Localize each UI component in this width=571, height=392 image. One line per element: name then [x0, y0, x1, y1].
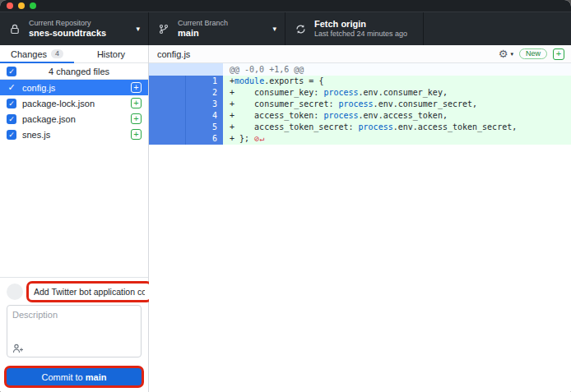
- diff-line[interactable]: 3+ consumer_secret: process.env.consumer…: [149, 99, 571, 110]
- file-checkbox[interactable]: ✓: [7, 114, 16, 124]
- add-coauthor-icon[interactable]: [12, 344, 24, 353]
- changes-count-badge: 4: [51, 49, 63, 59]
- file-list-empty-area: [0, 142, 148, 277]
- file-added-icon: +: [131, 82, 142, 93]
- select-all-checkbox[interactable]: ✓: [7, 67, 16, 76]
- app-body: Changes 4 History ✓ 4 changed files ✓ co…: [0, 45, 571, 392]
- diff-hunk-header: @@ -0,0 +1,6 @@: [149, 63, 571, 76]
- toolbar-spacer: [424, 12, 571, 45]
- close-window-button[interactable]: [7, 2, 13, 9]
- commit-button-branch: main: [86, 372, 107, 382]
- file-name: config.js: [22, 83, 125, 93]
- diff-file-name: config.js: [157, 49, 499, 59]
- file-row-package-json[interactable]: ✓ package.json +: [0, 111, 148, 127]
- file-checkbox[interactable]: ✓: [7, 130, 16, 140]
- file-added-icon: +: [553, 48, 564, 60]
- tab-changes[interactable]: Changes 4: [0, 45, 74, 62]
- lock-icon: [8, 24, 21, 35]
- changed-files-count: 4 changed files: [16, 67, 142, 76]
- file-name: package.json: [22, 114, 125, 124]
- diff-old-line-gutter[interactable]: [149, 99, 186, 110]
- fetch-origin-text: Fetch origin Last fetched 24 minutes ago: [314, 19, 407, 39]
- diff-line[interactable]: 4+ access_token: process.env.access_toke…: [149, 110, 571, 122]
- changed-files-header: ✓ 4 changed files: [0, 63, 148, 80]
- diff-old-line-gutter[interactable]: [149, 110, 186, 122]
- diff-old-line-gutter[interactable]: [149, 122, 186, 133]
- avatar: [7, 284, 23, 300]
- diff-line[interactable]: 5+ access_token_secret: process.env.acce…: [149, 122, 571, 133]
- titlebar: [0, 0, 571, 12]
- tab-history[interactable]: History: [74, 45, 148, 62]
- diff-line[interactable]: 2+ consumer_key: process.env.consumer_ke…: [149, 87, 571, 99]
- diff-line-code: + }; ⊘↵: [223, 133, 571, 145]
- fetch-origin-button[interactable]: Fetch origin Last fetched 24 minutes ago: [286, 12, 424, 45]
- chevron-down-icon: ▾: [510, 51, 513, 58]
- file-row-config-js[interactable]: ✓ config.js +: [0, 80, 148, 95]
- current-repository-label: Current Repository: [29, 19, 106, 28]
- diff-old-line-gutter[interactable]: [149, 76, 186, 87]
- diff-new-line-number[interactable]: 5: [186, 122, 223, 133]
- chevron-down-icon: ▾: [128, 25, 140, 33]
- zoom-window-button[interactable]: [30, 2, 36, 9]
- fetch-origin-sublabel: Last fetched 24 minutes ago: [314, 30, 407, 39]
- file-row-snes-js[interactable]: ✓ snes.js +: [0, 127, 148, 142]
- diff-new-line-number[interactable]: 6: [186, 133, 223, 145]
- sidebar-tabs: Changes 4 History: [0, 45, 148, 63]
- file-added-icon: +: [131, 113, 142, 124]
- hunk-gutter: [149, 63, 186, 76]
- commit-panel: Commit to main: [0, 277, 148, 392]
- tab-changes-label: Changes: [11, 49, 47, 59]
- diff-old-line-gutter[interactable]: [149, 133, 186, 145]
- diff-new-line-number[interactable]: 2: [186, 87, 223, 99]
- current-branch-value: main: [178, 28, 228, 39]
- diff-new-line-number[interactable]: 3: [186, 99, 223, 110]
- file-added-icon: +: [131, 98, 142, 108]
- file-checkbox[interactable]: ✓: [7, 83, 16, 93]
- toolbar: Current Repository snes-soundtracks ▾ Cu…: [0, 12, 571, 45]
- branch-icon: [157, 24, 170, 35]
- file-row-package-lock-json[interactable]: ✓ package-lock.json +: [0, 95, 148, 111]
- diff-old-line-gutter[interactable]: [149, 87, 186, 99]
- file-added-icon: +: [131, 129, 142, 140]
- current-repository-button[interactable]: Current Repository snes-soundtracks ▾: [0, 12, 149, 45]
- diff-line[interactable]: 6+ }; ⊘↵: [149, 133, 571, 145]
- current-repository-value: snes-soundtracks: [29, 28, 106, 39]
- commit-to-main-button[interactable]: Commit to main: [7, 368, 142, 385]
- diff-empty-area: [149, 228, 571, 392]
- current-branch-label: Current Branch: [178, 19, 228, 28]
- commit-summary-input[interactable]: [29, 284, 150, 300]
- diff-line-code: + access_token: process.env.access_token…: [223, 110, 571, 122]
- diff-file-header: config.js ⚙ ▾ New +: [149, 45, 571, 63]
- commit-description-box: [7, 305, 142, 357]
- minimize-window-button[interactable]: [18, 2, 25, 9]
- current-repository-text: Current Repository snes-soundtracks: [29, 19, 106, 39]
- current-branch-text: Current Branch main: [178, 19, 228, 39]
- main-panel: config.js ⚙ ▾ New + @@ -0,0 +1,6 @@ 1+mo…: [149, 45, 571, 392]
- file-name: package-lock.json: [22, 99, 125, 108]
- diff-new-line-number[interactable]: 1: [186, 76, 223, 87]
- commit-button-label: Commit to: [42, 372, 86, 382]
- diff-line[interactable]: 1+module.exports = {: [149, 76, 571, 87]
- commit-description-input[interactable]: [12, 310, 136, 338]
- diff-lines: 1+module.exports = {2+ consumer_key: pro…: [149, 76, 571, 145]
- diff-line-code: + consumer_key: process.env.consumer_key…: [223, 87, 571, 99]
- diff-new-line-number[interactable]: 4: [186, 110, 223, 122]
- sync-icon: [294, 24, 307, 35]
- file-checkbox[interactable]: ✓: [7, 99, 16, 108]
- file-name: snes.js: [22, 130, 125, 140]
- diff-line-code: + access_token_secret: process.env.acces…: [223, 122, 571, 133]
- github-desktop-window: Current Repository snes-soundtracks ▾ Cu…: [0, 0, 571, 392]
- diff-options-button[interactable]: ⚙ ▾: [499, 48, 513, 59]
- new-file-badge: New: [519, 48, 547, 60]
- tab-history-label: History: [97, 49, 125, 59]
- summary-row: [7, 284, 142, 300]
- diff-view: @@ -0,0 +1,6 @@ 1+module.exports = {2+ c…: [149, 63, 571, 228]
- diff-header-controls: ⚙ ▾ New +: [499, 48, 564, 60]
- hunk-header-text: @@ -0,0 +1,6 @@: [223, 63, 571, 76]
- diff-line-code: +module.exports = {: [223, 76, 571, 87]
- gear-icon: ⚙: [499, 48, 508, 59]
- current-branch-button[interactable]: Current Branch main ▾: [149, 12, 286, 45]
- sidebar: Changes 4 History ✓ 4 changed files ✓ co…: [0, 45, 149, 392]
- fetch-origin-label: Fetch origin: [314, 19, 407, 30]
- chevron-down-icon: ▾: [264, 25, 276, 33]
